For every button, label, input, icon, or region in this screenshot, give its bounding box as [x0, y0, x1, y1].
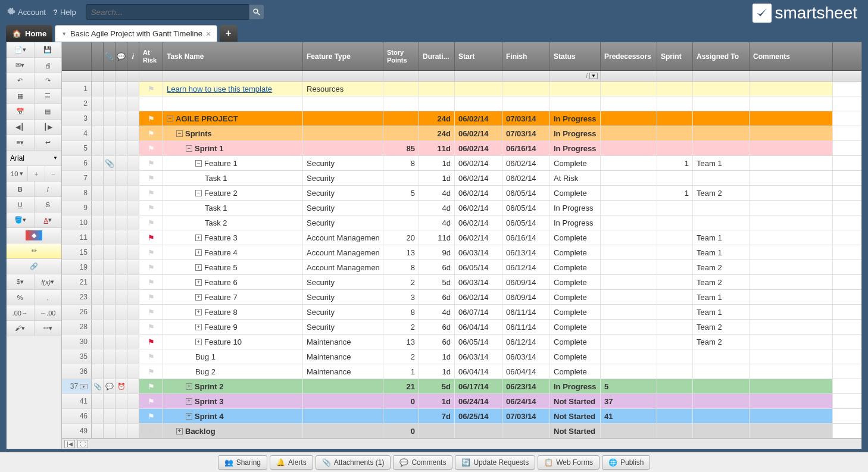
row-ftype[interactable]	[303, 424, 383, 438]
row-discussion[interactable]	[115, 305, 127, 319]
row-sub1[interactable]	[92, 96, 104, 111]
row-pred[interactable]	[601, 96, 657, 111]
row-discussion[interactable]	[115, 260, 127, 274]
expand-toggle[interactable]: +	[186, 398, 192, 405]
row-assign[interactable]: Team 2	[693, 186, 750, 200]
row-number[interactable]: 7	[62, 171, 92, 185]
row-number[interactable]: 46	[62, 409, 92, 423]
row-info[interactable]	[127, 424, 139, 438]
row-pred[interactable]	[601, 156, 657, 170]
row-duration[interactable]: 11d	[419, 230, 455, 245]
chevron-down-icon[interactable]: ▼	[53, 155, 58, 161]
webforms-button[interactable]: 📋Web Forms	[538, 455, 600, 470]
format-painter-button[interactable]: 🖌▾	[7, 321, 35, 336]
row-info[interactable]	[127, 201, 139, 215]
row-sprint[interactable]: 1	[657, 156, 693, 170]
row-pred[interactable]	[601, 320, 657, 334]
row-assign[interactable]	[693, 111, 750, 126]
row-number[interactable]: 11	[62, 230, 92, 245]
row-number[interactable]: 36	[62, 364, 92, 379]
row-atrisk[interactable]: ⚑	[139, 379, 163, 393]
row-finish[interactable]: 06/23/14	[502, 379, 550, 393]
row-ftype[interactable]: Security	[303, 156, 383, 170]
alerts-button[interactable]: 🔔Alerts	[270, 455, 313, 470]
expand-toggle[interactable]: +	[195, 279, 202, 286]
row-status[interactable]: Complete	[550, 260, 601, 274]
row-info[interactable]	[127, 379, 139, 393]
row-number[interactable]: 3	[62, 111, 92, 126]
close-icon[interactable]: ×	[206, 29, 211, 39]
row-attach[interactable]	[104, 260, 115, 274]
row-story[interactable]: 21	[383, 379, 419, 393]
row-story[interactable]	[383, 215, 419, 230]
row-attach[interactable]	[104, 245, 115, 260]
row-comments[interactable]	[750, 424, 833, 438]
row-attach[interactable]	[104, 394, 115, 408]
table-row[interactable]: 19⚑+Feature 5Account Managemen86d06/05/1…	[62, 260, 861, 275]
row-ftype[interactable]: Account Managemen	[303, 260, 383, 274]
row-ftype[interactable]	[303, 111, 383, 126]
row-ftype[interactable]	[303, 96, 383, 111]
row-discussion[interactable]	[115, 409, 127, 423]
row-duration[interactable]: 1d	[419, 364, 455, 379]
row-story[interactable]: 8	[383, 305, 419, 319]
sprint-header[interactable]: Sprint	[657, 42, 693, 70]
row-task[interactable]	[163, 96, 303, 111]
row-sprint[interactable]	[657, 260, 693, 274]
row-number[interactable]: 23	[62, 290, 92, 304]
row-assign[interactable]: Team 1	[693, 305, 750, 319]
table-row[interactable]: 6📎⚑−Feature 1Security81d06/02/1406/02/14…	[62, 156, 861, 171]
row-story[interactable]: 1	[383, 364, 419, 379]
row-story[interactable]: 0	[383, 424, 419, 438]
row-start[interactable]	[455, 96, 502, 111]
row-pred[interactable]	[601, 141, 657, 155]
row-sub1[interactable]	[92, 201, 104, 215]
row-ftype[interactable]: Maintenance	[303, 335, 383, 349]
row-finish[interactable]: 06/24/14	[502, 394, 550, 408]
row-comments[interactable]	[750, 156, 833, 170]
row-info[interactable]	[127, 215, 139, 230]
table-row[interactable]: 3⚑−AGILE PROJECT24d06/02/1407/03/14In Pr…	[62, 111, 861, 126]
row-attach[interactable]	[104, 424, 115, 438]
duration-header[interactable]: Durati...	[419, 42, 455, 70]
row-start[interactable]: 06/02/14	[455, 141, 502, 155]
outdent-button[interactable]: ◀┃	[7, 120, 35, 135]
row-number[interactable]: 26	[62, 305, 92, 319]
row-comments[interactable]	[750, 171, 833, 185]
row-sub1[interactable]	[92, 320, 104, 334]
row-finish[interactable]	[502, 82, 550, 96]
row-sprint[interactable]	[657, 335, 693, 349]
row-discussion[interactable]	[115, 171, 127, 185]
row-finish[interactable]: 07/03/14	[502, 126, 550, 140]
row-pred[interactable]	[601, 126, 657, 140]
row-finish[interactable]: 06/13/14	[502, 245, 550, 260]
row-finish[interactable]	[502, 96, 550, 111]
font-size[interactable]: 10 ▾	[7, 166, 28, 181]
row-start[interactable]	[455, 424, 502, 438]
row-task[interactable]: +Feature 5	[163, 260, 303, 274]
row-ftype[interactable]: Security	[303, 275, 383, 289]
row-duration[interactable]: 4d	[419, 305, 455, 319]
row-task[interactable]: −Sprints	[163, 126, 303, 140]
row-sub1[interactable]	[92, 111, 104, 126]
row-comments[interactable]	[750, 349, 833, 364]
row-sprint[interactable]	[657, 201, 693, 215]
search-input[interactable]	[86, 4, 264, 20]
row-sprint[interactable]	[657, 96, 693, 111]
increase-decimal-button[interactable]: ←.00	[35, 305, 62, 320]
row-status[interactable]: In Progress	[550, 141, 601, 155]
gantt-view-button[interactable]: ☰	[35, 89, 62, 104]
row-duration[interactable]: 1d	[419, 171, 455, 185]
row-attach[interactable]	[104, 111, 115, 126]
row-sprint[interactable]	[657, 379, 693, 393]
row-story[interactable]	[383, 111, 419, 126]
row-info[interactable]	[127, 126, 139, 140]
row-info[interactable]	[127, 290, 139, 304]
expand-toggle[interactable]: +	[195, 339, 202, 345]
row-number[interactable]: 28	[62, 320, 92, 334]
row-finish[interactable]: 06/09/14	[502, 275, 550, 289]
row-number[interactable]: 5	[62, 141, 92, 155]
align-button[interactable]: ≡▾	[7, 135, 35, 150]
update-requests-button[interactable]: 🔄Update Requests	[455, 455, 535, 470]
row-start[interactable]: 06/02/14	[455, 126, 502, 140]
